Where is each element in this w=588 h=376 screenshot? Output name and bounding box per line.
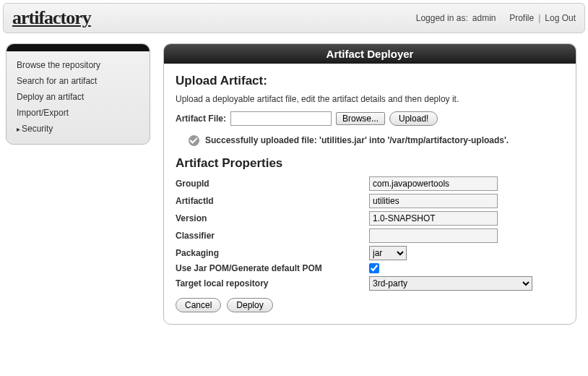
header-user-area: Logged in as: admin Profile | Log Out [416, 13, 576, 23]
sidebar-list: Browse the repository Search for an arti… [7, 51, 150, 137]
file-label: Artifact File: [176, 114, 226, 124]
panel-body: Upload Artifact: Upload a deployable art… [164, 64, 576, 324]
row-artifactid: ArtifactId [176, 194, 564, 208]
row-classifier: Classifier [176, 228, 564, 243]
separator: | [538, 13, 540, 23]
artifact-file-input[interactable] [230, 111, 332, 126]
properties-form: GroupId ArtifactId Version Classifier Pa… [176, 176, 564, 291]
sidebar-item-browse[interactable]: Browse the repository [7, 57, 150, 73]
logged-in-user: admin [472, 13, 496, 23]
input-groupid[interactable] [369, 176, 498, 191]
sidebar: Browse the repository Search for an arti… [6, 43, 150, 145]
label-classifier: Classifier [176, 231, 369, 241]
input-artifactid[interactable] [369, 194, 498, 208]
row-version: Version [176, 211, 564, 226]
upload-heading: Upload Artifact: [176, 74, 564, 88]
file-row: Artifact File: Browse... Upload! [176, 111, 564, 126]
label-groupid: GroupId [176, 179, 369, 189]
select-packaging[interactable]: jar [369, 246, 407, 260]
logout-link[interactable]: Log Out [545, 13, 576, 23]
checkbox-usepom[interactable] [369, 263, 379, 273]
content-area: Browse the repository Search for an arti… [0, 36, 588, 332]
browse-button[interactable]: Browse... [336, 112, 385, 125]
profile-link[interactable]: Profile [509, 13, 534, 23]
select-targetrepo[interactable]: 3rd-party [369, 276, 532, 291]
status-row: Successfully uploaded file: 'utilities.j… [189, 134, 564, 146]
row-targetrepo: Target local repository 3rd-party [176, 276, 564, 291]
label-targetrepo: Target local repository [176, 278, 369, 289]
deployer-panel: Artifact Deployer Upload Artifact: Uploa… [163, 43, 576, 325]
label-artifactid: ArtifactId [176, 196, 369, 206]
upload-description: Upload a deployable artifact file, edit … [176, 94, 564, 104]
logo: artifactory [12, 7, 91, 29]
row-usepom: Use Jar POM/Generate default POM [176, 263, 564, 273]
row-groupid: GroupId [176, 176, 564, 191]
properties-heading: Artifact Properties [176, 156, 564, 171]
sidebar-item-deploy[interactable]: Deploy an artifact [7, 89, 150, 105]
row-packaging: Packaging jar [176, 246, 564, 260]
app-header: artifactory Logged in as: admin Profile … [3, 3, 585, 33]
success-icon [189, 135, 199, 146]
label-packaging: Packaging [176, 248, 369, 258]
sidebar-item-security[interactable]: Security [7, 121, 150, 137]
sidebar-item-import-export[interactable]: Import/Export [7, 105, 150, 121]
action-row: Cancel Deploy [176, 298, 564, 312]
input-classifier[interactable] [369, 228, 498, 243]
sidebar-item-search[interactable]: Search for an artifact [7, 73, 150, 89]
input-version[interactable] [369, 211, 498, 226]
logged-in-prefix: Logged in as: [416, 13, 468, 23]
label-version: Version [176, 213, 369, 223]
status-text: Successfully uploaded file: 'utilities.j… [205, 134, 509, 146]
upload-button[interactable]: Upload! [389, 111, 438, 126]
cancel-button[interactable]: Cancel [176, 298, 221, 312]
deploy-button[interactable]: Deploy [227, 298, 272, 312]
label-usepom: Use Jar POM/Generate default POM [176, 263, 369, 273]
panel-title: Artifact Deployer [164, 44, 576, 64]
